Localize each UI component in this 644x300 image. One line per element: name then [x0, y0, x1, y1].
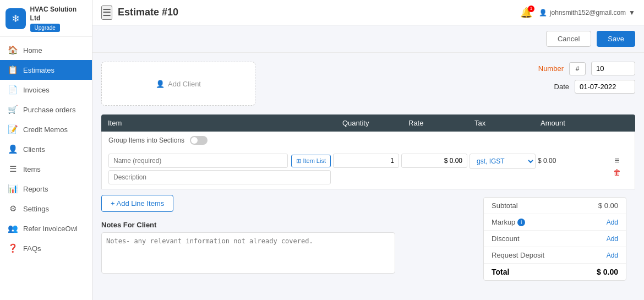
clients-icon: 👤 — [8, 144, 18, 154]
action-bar: Cancel Save — [92, 25, 644, 53]
discount-add-link[interactable]: Add — [607, 235, 618, 243]
discount-label: Discount — [492, 234, 520, 243]
qty-cell — [333, 154, 399, 168]
markup-add-link[interactable]: Add — [607, 219, 618, 226]
topbar: ☰ Estimate #10 🔔 1 👤 johnsmith152@gmail.… — [92, 0, 644, 25]
sidebar-logo: ❄ HVAC Solution Ltd Upgrade — [0, 0, 92, 37]
notes-textarea[interactable] — [101, 232, 395, 274]
app-logo-icon: ❄ — [6, 8, 26, 29]
sidebar-item-invoices[interactable]: 📄 Invoices — [0, 80, 92, 100]
totals-section: Subtotal $ 0.00 Markup i Add Discount Ad… — [483, 197, 626, 281]
sidebar-item-estimates[interactable]: 📋 Estimates — [0, 60, 92, 80]
add-client-box[interactable]: 👤 Add Client — [101, 62, 255, 106]
user-icon: 👤 — [539, 9, 547, 17]
group-toggle-label: Group Items into Sections — [108, 137, 184, 144]
sidebar-item-settings-label: Settings — [23, 205, 49, 213]
line-item-name-input[interactable] — [108, 154, 288, 168]
estimates-icon: 📋 — [8, 65, 18, 75]
credit-memos-icon: 📝 — [8, 124, 18, 134]
subtotal-value: $ 0.00 — [598, 201, 618, 210]
date-row: Date — [536, 80, 635, 94]
sidebar-item-refer[interactable]: 👥 Refer InvoiceOwl — [0, 219, 92, 238]
deposit-add-link[interactable]: Add — [607, 252, 618, 259]
rate-input[interactable] — [401, 154, 467, 168]
rate-cell — [401, 154, 467, 168]
markup-label: Markup i — [492, 218, 525, 226]
sidebar-logo-info: HVAC Solution Ltd Upgrade — [30, 6, 86, 32]
total-label: Total — [492, 268, 509, 276]
notification-badge: 1 — [528, 6, 534, 12]
sidebar-item-faqs-label: FAQs — [23, 244, 41, 253]
number-input[interactable] — [591, 62, 635, 75]
sidebar-item-faqs[interactable]: ❓ FAQs — [0, 238, 92, 258]
sidebar-item-estimates-label: Estimates — [23, 66, 54, 74]
line-item-description-input[interactable] — [108, 170, 331, 184]
date-input[interactable] — [575, 80, 635, 94]
refer-icon: 👥 — [8, 223, 18, 233]
col-tax: Tax — [474, 119, 541, 127]
group-toggle-switch[interactable] — [190, 136, 208, 145]
col-quantity: Quantity — [342, 119, 408, 127]
main-content: ☰ Estimate #10 🔔 1 👤 johnsmith152@gmail.… — [92, 0, 644, 300]
table-header: Item Quantity Rate Tax Amount — [101, 114, 635, 132]
tax-cell: gst, IGST — [470, 154, 536, 169]
hash-symbol: # — [569, 62, 586, 75]
save-button[interactable]: Save — [597, 31, 635, 47]
item-list-icon: ⊞ — [296, 157, 301, 165]
topbar-right: 🔔 1 👤 johnsmith152@gmail.com ▼ — [520, 7, 635, 19]
faqs-icon: ❓ — [8, 243, 18, 253]
home-icon: 🏠 — [8, 45, 18, 55]
date-label: Date — [536, 83, 569, 91]
total-row: Total $ 0.00 — [484, 264, 626, 280]
quantity-input[interactable] — [333, 154, 399, 168]
content-area: 👤 Add Client Number # Date Item Quantity… — [92, 53, 644, 300]
item-list-label: Item List — [303, 157, 326, 164]
discount-row: Discount Add — [484, 231, 626, 247]
form-top-row: 👤 Add Client Number # Date — [101, 62, 635, 106]
upgrade-button[interactable]: Upgrade — [30, 24, 60, 32]
sidebar-item-reports[interactable]: 📊 Reports — [0, 179, 92, 199]
add-line-items-button[interactable]: + Add Line Items — [101, 195, 173, 212]
sidebar-item-clients[interactable]: 👤 Clients — [0, 139, 92, 159]
number-label: Number — [531, 64, 564, 73]
menu-button[interactable]: ☰ — [101, 6, 112, 20]
tax-select[interactable]: gst, IGST — [470, 154, 536, 169]
sidebar-item-home[interactable]: 🏠 Home — [0, 40, 92, 60]
sidebar-item-settings[interactable]: ⚙ Settings — [0, 199, 92, 219]
notifications-button[interactable]: 🔔 1 — [520, 7, 532, 19]
markup-row: Markup i Add — [484, 214, 626, 231]
number-date-section: Number # Date — [531, 62, 635, 94]
user-menu[interactable]: 👤 johnsmith152@gmail.com ▼ — [539, 9, 635, 17]
sidebar-item-reports-label: Reports — [23, 185, 48, 193]
sidebar-item-purchase-orders[interactable]: 🛒 Purchase orders — [0, 100, 92, 119]
col-amount: Amount — [541, 119, 607, 127]
items-icon: ☰ — [8, 164, 18, 174]
group-toggle-row: Group Items into Sections — [101, 132, 635, 149]
company-name: HVAC Solution Ltd — [30, 6, 86, 23]
page-title: Estimate #10 — [118, 7, 515, 18]
row-menu-button[interactable]: ≡ — [614, 156, 619, 166]
amount-cell: $ 0.00 — [538, 154, 604, 165]
markup-info-icon: i — [517, 219, 525, 226]
add-client-icon: 👤 — [156, 80, 165, 88]
sidebar-item-items-label: Items — [23, 165, 41, 173]
line-item-name-desc: ⊞ Item List — [108, 154, 331, 184]
sidebar-item-credit-memos[interactable]: 📝 Credit Memos — [0, 119, 92, 139]
settings-icon: ⚙ — [8, 204, 18, 214]
item-list-button[interactable]: ⊞ Item List — [291, 155, 331, 167]
invoices-icon: 📄 — [8, 85, 18, 95]
purchase-orders-icon: 🛒 — [8, 105, 18, 114]
add-client-label: Add Client — [168, 80, 201, 88]
sidebar-item-items[interactable]: ☰ Items — [0, 159, 92, 179]
deposit-label: Request Deposit — [492, 251, 544, 259]
row-actions: ≡ 🗑 — [606, 154, 628, 177]
number-row: Number # — [531, 62, 635, 75]
bottom-area: + Add Line Items Notes For Client Subtot… — [101, 189, 635, 281]
user-dropdown-icon: ▼ — [629, 9, 635, 17]
name-row: ⊞ Item List — [108, 154, 331, 168]
cancel-button[interactable]: Cancel — [546, 31, 591, 47]
subtotal-label: Subtotal — [492, 201, 518, 210]
sidebar-item-credit-memos-label: Credit Memos — [23, 126, 68, 134]
row-delete-button[interactable]: 🗑 — [613, 168, 621, 177]
user-email: johnsmith152@gmail.com — [550, 9, 626, 17]
